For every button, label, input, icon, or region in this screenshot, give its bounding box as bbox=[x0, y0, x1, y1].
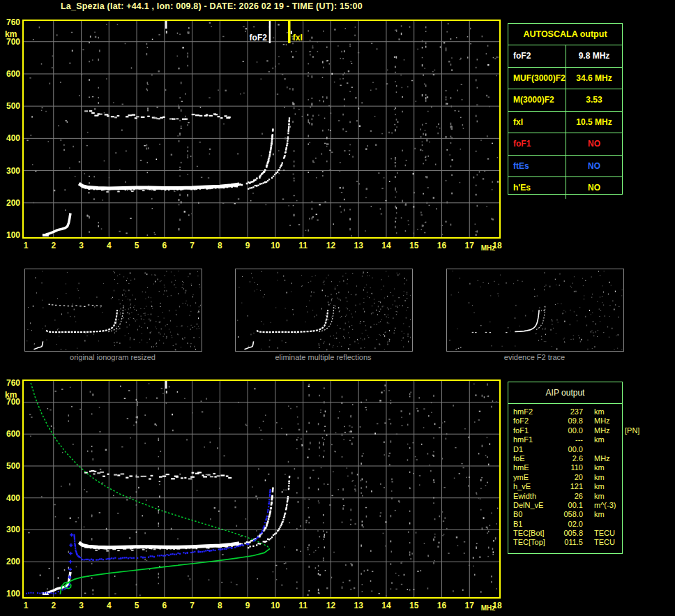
aip-unit: MHz bbox=[594, 454, 625, 463]
aip-unit: m^(-3) bbox=[594, 501, 625, 510]
x-tick-label: 1 bbox=[24, 601, 29, 610]
y-tick-label: 400 bbox=[6, 133, 20, 143]
aip-rows: hmF2237kmfoF209.8MHzfoF100.0MHz[PN]hmF1-… bbox=[508, 404, 622, 548]
x-tick-label: 10 bbox=[271, 601, 280, 610]
x-tick-label: 14 bbox=[381, 241, 391, 250]
x-tick-label: 17 bbox=[465, 601, 475, 610]
x-tick-label: 12 bbox=[326, 601, 336, 610]
parameter-value: NO bbox=[566, 183, 622, 193]
aip-unit: TECU bbox=[594, 529, 625, 538]
x-tick-label: 9 bbox=[245, 241, 250, 250]
aip-param: ymE bbox=[513, 473, 555, 482]
thumbnail-plot bbox=[237, 271, 411, 351]
aip-param: hmE bbox=[513, 463, 555, 472]
x-tick-label: 16 bbox=[437, 601, 447, 610]
aip-note: [PN] bbox=[625, 426, 639, 435]
aip-row: ymE20km bbox=[513, 473, 622, 482]
x-tick-label: 11 bbox=[298, 241, 308, 250]
autoscala-row: h'EsNO bbox=[508, 177, 622, 199]
top-ionogram: 123456789101112131415161718MHz7607006005… bbox=[5, 17, 502, 252]
autoscala-output-panel: AUTOSCALA output foF29.8 MHzMUF(3000)F23… bbox=[508, 23, 623, 195]
thumbnail-plot bbox=[26, 271, 201, 350]
parameter-label: foF2 bbox=[508, 45, 566, 67]
x-tick-label: 6 bbox=[162, 241, 167, 250]
x-tick-label: 1 bbox=[24, 241, 29, 250]
aip-param: foF1 bbox=[513, 426, 555, 435]
parameter-label: MUF(3000)F2 bbox=[508, 68, 566, 89]
echo-traces bbox=[43, 110, 290, 236]
x-tick-label: 17 bbox=[465, 241, 475, 250]
aip-value: 00.1 bbox=[555, 501, 583, 510]
thumbnail-caption: evidence F2 trace bbox=[446, 353, 623, 361]
aip-value: --- bbox=[555, 435, 583, 444]
aip-row: foF209.8MHz bbox=[513, 416, 622, 426]
y-tick-label: 500 bbox=[6, 101, 20, 111]
x-tick-label: 7 bbox=[190, 601, 195, 610]
aip-param: TEC[Bot] bbox=[513, 529, 555, 538]
aip-row: TEC[Bot]005.8TECU bbox=[513, 529, 622, 538]
x-axis-unit: MHz bbox=[481, 244, 496, 252]
thumbnail-caption: eliminate multiple reflections bbox=[234, 353, 412, 361]
x-tick-label: 8 bbox=[218, 241, 222, 250]
aip-param: D1 bbox=[513, 445, 555, 454]
aip-value: 237 bbox=[555, 407, 583, 416]
y-tick-label: 200 bbox=[6, 557, 20, 566]
autoscala-panel-title: AUTOSCALA output bbox=[508, 24, 622, 45]
noise-speckle bbox=[28, 383, 498, 596]
x-tick-label: 13 bbox=[354, 241, 363, 250]
aip-param: h_vE bbox=[513, 482, 555, 491]
y-axis-unit: km bbox=[5, 390, 17, 400]
x-tick-label: 15 bbox=[409, 601, 419, 610]
x-tick-label: 3 bbox=[79, 601, 84, 610]
aip-value: 005.8 bbox=[555, 529, 583, 538]
autoscala-rows: foF29.8 MHzMUF(3000)F234.6 MHzM(3000)F23… bbox=[508, 45, 622, 199]
x-tick-label: 2 bbox=[51, 601, 56, 610]
aip-param: hmF2 bbox=[513, 407, 555, 416]
y-tick-label: 600 bbox=[6, 69, 20, 79]
aip-value: 110 bbox=[555, 463, 583, 472]
y-tick-label: 760 bbox=[6, 17, 20, 27]
y-tick-label: 600 bbox=[6, 429, 20, 439]
aip-row: h_vE121km bbox=[513, 482, 622, 491]
x-tick-label: 6 bbox=[162, 601, 167, 610]
x-tick-label: 4 bbox=[107, 601, 112, 610]
parameter-value: 34.6 MHz bbox=[566, 73, 622, 83]
x-tick-label: 3 bbox=[79, 241, 84, 250]
x-tick-label: 5 bbox=[135, 241, 139, 250]
autoscala-row: MUF(3000)F234.6 MHz bbox=[508, 68, 622, 90]
y-tick-label: 100 bbox=[6, 230, 20, 240]
autoscala-row: fxI10.5 MHz bbox=[508, 112, 622, 134]
aip-row: B102.0 bbox=[513, 520, 622, 529]
thumbnail-original-ionogram bbox=[24, 269, 202, 352]
y-tick-label: 300 bbox=[6, 166, 20, 176]
thumbnail-eliminate-reflections bbox=[235, 269, 413, 352]
aip-value: 058.0 bbox=[555, 510, 583, 519]
aip-value: 09.8 bbox=[555, 416, 583, 426]
parameter-value: NO bbox=[566, 139, 622, 149]
aip-param: DelN_vE bbox=[513, 501, 555, 510]
parameter-label: M(3000)F2 bbox=[508, 89, 566, 111]
electron-density-profile bbox=[31, 383, 270, 594]
aip-row: TEC[Top]011.5TECU bbox=[513, 538, 622, 547]
aip-row: foF100.0MHz[PN] bbox=[513, 426, 622, 435]
x-tick-label: 11 bbox=[298, 601, 308, 610]
aip-value: 20 bbox=[555, 473, 583, 482]
aip-row: DelN_vE00.1m^(-3) bbox=[513, 501, 622, 510]
thumbnail-evidence-f2-trace bbox=[446, 269, 624, 352]
x-tick-label: 14 bbox=[381, 601, 391, 610]
grid-lines bbox=[24, 21, 499, 237]
x-tick-label: 7 bbox=[190, 241, 195, 250]
aip-row: hmF1---km bbox=[513, 435, 622, 444]
parameter-label: fxI bbox=[508, 112, 566, 133]
aip-param: TEC[Top] bbox=[513, 538, 555, 547]
parameter-value: 3.53 bbox=[566, 95, 622, 105]
aip-param: Ewidth bbox=[513, 492, 555, 501]
aip-value: 02.0 bbox=[555, 520, 583, 529]
aip-row: Ewidth26km bbox=[513, 492, 622, 501]
autoscala-row: foF1NO bbox=[508, 133, 622, 156]
aip-unit: km bbox=[594, 407, 625, 416]
x-tick-label: 2 bbox=[51, 241, 56, 250]
y-tick-label: 200 bbox=[6, 198, 20, 208]
noise-speckle bbox=[26, 22, 499, 236]
x-tick-label: 13 bbox=[354, 601, 363, 610]
